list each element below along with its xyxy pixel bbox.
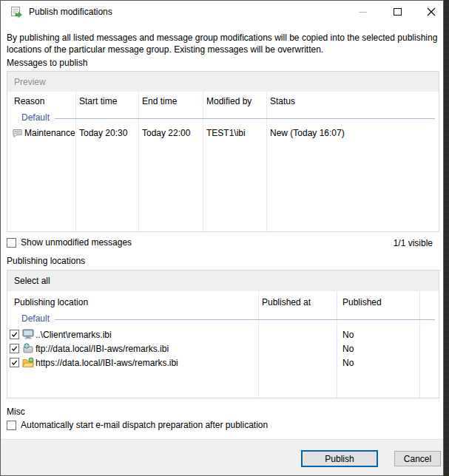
column-header-published[interactable]: Published xyxy=(342,297,382,307)
cell-reason: Maintenance xyxy=(24,128,75,138)
group-row-default[interactable]: Default xyxy=(7,313,439,326)
cell-status: New (Today 16:07) xyxy=(270,128,345,138)
check-icon xyxy=(10,330,18,339)
preview-header: Preview xyxy=(7,72,439,92)
auto-dispatch-checkbox[interactable]: Automatically start e-mail dispatch prep… xyxy=(7,420,268,430)
maximize-icon xyxy=(394,8,402,16)
location-checkbox[interactable] xyxy=(10,358,19,367)
minimize-icon xyxy=(359,12,367,13)
column-separator xyxy=(258,291,259,398)
cell-start-time: Today 20:30 xyxy=(79,128,127,138)
show-unmodified-checkbox[interactable]: Show unmodified messages xyxy=(7,237,132,248)
cell-location: https://data.local/IBI-aws/remarks.ibi xyxy=(36,358,178,368)
web-folder-icon xyxy=(22,357,34,367)
locations-section-label: Publishing locations xyxy=(7,256,85,266)
column-header-end-time[interactable]: End time xyxy=(142,96,177,106)
close-icon xyxy=(427,7,436,16)
title-bar: Publish modifications xyxy=(1,1,443,23)
column-header-status[interactable]: Status xyxy=(270,96,295,106)
network-computer-icon xyxy=(22,329,34,339)
cell-published: No xyxy=(342,344,354,354)
select-all-label: Select all xyxy=(14,276,50,286)
group-label: Default xyxy=(21,112,50,123)
messages-section-label: Messages to publish xyxy=(7,58,87,68)
maximize-button[interactable] xyxy=(380,1,414,23)
cell-location: ftp://data.local/IBI-aws/remarks.ibi xyxy=(36,344,169,354)
column-header-modified-by[interactable]: Modified by xyxy=(206,96,251,106)
auto-dispatch-label: Automatically start e-mail dispatch prep… xyxy=(21,420,268,430)
select-all-header[interactable]: Select all xyxy=(7,271,439,291)
column-header-start-time[interactable]: Start time xyxy=(79,96,117,106)
checkbox-box[interactable] xyxy=(7,238,16,248)
cell-published: No xyxy=(342,358,354,368)
location-checkbox[interactable] xyxy=(10,330,19,339)
checkbox-box[interactable] xyxy=(7,421,16,430)
minimize-button[interactable] xyxy=(345,1,379,23)
cell-published: No xyxy=(342,330,354,340)
column-header-reason[interactable]: Reason xyxy=(14,96,44,106)
footer-bar: Publish Cancel xyxy=(1,439,443,475)
ftp-server-icon xyxy=(22,343,34,353)
show-unmodified-label: Show unmodified messages xyxy=(21,237,132,248)
desktop-background-strip xyxy=(444,0,449,476)
group-label: Default xyxy=(21,313,50,324)
column-header-published-at[interactable]: Published at xyxy=(262,297,311,307)
column-header-publishing-location[interactable]: Publishing location xyxy=(14,297,88,307)
group-rule xyxy=(55,118,435,119)
visible-count: 1/1 visible xyxy=(394,238,433,248)
cell-end-time: Today 22:00 xyxy=(142,128,190,138)
messages-table: Preview Reason Start time End time Modif… xyxy=(7,71,439,232)
group-row-default[interactable]: Default xyxy=(7,112,439,125)
cell-location: ..\Client\remarks.ibi xyxy=(36,330,112,340)
dialog-description: By publishing all listed messages and me… xyxy=(7,33,440,55)
check-icon xyxy=(10,344,18,353)
check-icon xyxy=(10,358,18,367)
misc-section-label: Misc xyxy=(7,407,25,417)
publish-document-icon xyxy=(10,6,23,18)
publish-button[interactable]: Publish xyxy=(301,450,378,467)
cancel-button[interactable]: Cancel xyxy=(394,451,441,466)
locations-table: Select all Publishing location Published… xyxy=(7,270,439,398)
column-separator xyxy=(419,291,420,398)
group-rule xyxy=(55,319,435,320)
screenshot: Publish modifications By publishing all … xyxy=(0,0,449,476)
publish-modifications-dialog: Publish modifications By publishing all … xyxy=(0,0,444,476)
preview-label: Preview xyxy=(14,77,46,87)
window-title: Publish modifications xyxy=(29,7,112,17)
cell-modified-by: TEST1\ibi xyxy=(206,128,246,138)
location-checkbox[interactable] xyxy=(10,344,19,353)
column-separator xyxy=(337,291,337,398)
message-bubble-icon xyxy=(12,129,23,138)
